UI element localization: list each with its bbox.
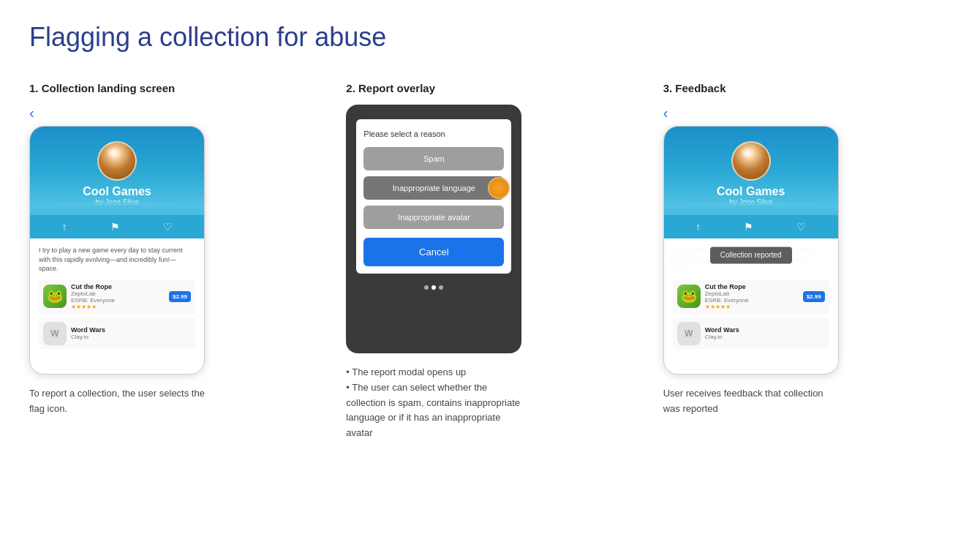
app-item-cut-rope-1: 🐸 Cut the Rope ZeptoLab ESRB: Everyone ★… [39,279,195,314]
section-2-description: • The report modal opens up • The user c… [346,365,521,441]
flag-icon-1[interactable]: ⚑ [110,221,120,233]
collection-name-3: Cool Games [664,185,838,198]
collection-body-1: I try to play a new game every day to st… [30,238,204,359]
avatar-1 [97,141,137,181]
app-info-word-wars-1: Word Wars Clay.io [71,326,191,340]
section-3: 3. Feedback ‹ Cool Games by Jose Silva ↑… [663,82,951,417]
app-stars-3: ★★★★★ [705,304,799,310]
app-item-word-wars-1: W Word Wars Clay.io [39,318,195,349]
app-rating-3: ESRB: Everyone [705,297,799,304]
section-1-description: To report a collection, the user selects… [29,386,205,417]
dot-3 [439,285,443,290]
section-1: 1. Collection landing screen ‹ Cool Game… [29,82,317,417]
collection-actions-3: ↑ ⚑ ♡ [664,215,838,238]
app-item-cut-rope-3: 🐸 Cut the Rope ZeptoLab ESRB: Everyone ★… [673,279,829,314]
app-rating-1: ESRB: Everyone [71,297,165,304]
report-reason-label: Please select a reason [363,129,504,138]
avatar-3 [731,141,771,181]
desc-line-1: • The report modal opens up [346,366,466,377]
page-title: Flagging a collection for abuse [29,22,951,53]
collection-header-3: Cool Games by Jose Silva [664,127,838,215]
app-name-3: Cut the Rope [705,283,799,290]
app-info-word-wars-3: Word Wars Clay.io [705,326,825,340]
cancel-button[interactable]: Cancel [363,238,504,266]
word-wars-icon-3: W [677,322,701,345]
collection-name-1: Cool Games [30,185,204,198]
collection-reported-tooltip: Collection reported [710,247,792,263]
app-price-1: $2.99 [169,291,191,302]
section-2-label: 2. Report overlay [346,82,633,94]
app-name-word-1: Word Wars [71,326,191,334]
app-dev-word-1: Clay.io [71,334,191,340]
phone-frame-1: Cool Games by Jose Silva ↑ ⚑ ♡ I try to … [29,126,205,375]
app-dev-1: ZeptoLab [71,290,165,297]
collection-header-1: Cool Games by Jose Silva [30,127,204,215]
report-overlay-frame: Please select a reason Spam Inappropriat… [346,105,521,353]
finger-indicator [488,177,510,199]
section-1-label: 1. Collection landing screen [29,82,317,94]
app-info-cut-rope-3: Cut the Rope ZeptoLab ESRB: Everyone ★★★… [705,283,799,310]
back-arrow-3[interactable]: ‹ [663,105,951,121]
collection-actions-1: ↑ ⚑ ♡ [30,215,204,238]
section-2: 2. Report overlay Please select a reason… [346,82,633,441]
report-overlay-inner: Please select a reason Spam Inappropriat… [356,119,511,274]
section-3-description: User receives feedback that collection w… [663,386,839,417]
app-name-word-3: Word Wars [705,326,825,334]
app-price-3: $2.99 [803,291,825,302]
share-icon-1[interactable]: ↑ [62,221,67,233]
section-3-label: 3. Feedback [663,82,951,94]
pagination-dots [356,285,511,290]
app-dev-3: ZeptoLab [705,290,799,297]
app-stars-1: ★★★★★ [71,304,165,310]
flag-icon-3[interactable]: ⚑ [744,221,753,233]
sections-row: 1. Collection landing screen ‹ Cool Game… [29,82,951,441]
cut-rope-icon-1: 🐸 [43,285,67,308]
word-wars-icon-1: W [43,322,67,345]
cut-rope-icon-3: 🐸 [677,285,701,308]
dot-2 [431,285,436,290]
share-icon-3[interactable]: ↑ [696,221,701,233]
report-option-language[interactable]: Inappropriate language [363,176,504,200]
app-item-word-wars-3: W Word Wars Clay.io [673,318,829,349]
app-info-cut-rope-1: Cut the Rope ZeptoLab ESRB: Everyone ★★★… [71,283,165,310]
report-option-avatar[interactable]: Inappropriate avatar [363,206,504,229]
tooltip-overlay: Collection reported [664,247,838,263]
dot-1 [424,285,429,290]
app-dev-word-3: Clay.io [705,334,825,340]
collection-desc-1: I try to play a new game every day to st… [39,246,195,274]
heart-icon-1[interactable]: ♡ [163,221,173,233]
phone-frame-3: Cool Games by Jose Silva ↑ ⚑ ♡ Collectio… [663,126,839,375]
report-option-spam[interactable]: Spam [363,147,504,170]
back-arrow-1[interactable]: ‹ [29,105,317,121]
heart-icon-3[interactable]: ♡ [796,221,806,233]
app-name-1: Cut the Rope [71,283,165,290]
desc-line-2: • The user can select whether the collec… [346,382,520,438]
